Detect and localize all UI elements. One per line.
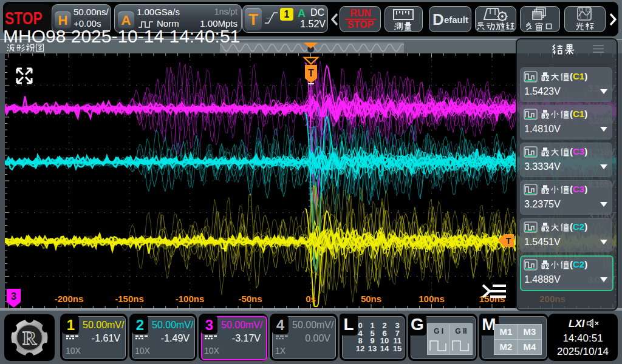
svg-text:100ns: 100ns (419, 294, 445, 304)
svg-text:B: B (587, 8, 590, 12)
svg-text:-100ns: -100ns (176, 294, 205, 304)
svg-text:-150ns: -150ns (115, 294, 144, 304)
svg-text:150ns: 150ns (479, 294, 505, 304)
svg-text:-50ns: -50ns (238, 294, 262, 304)
svg-text:-200ns: -200ns (55, 294, 84, 304)
svg-text:50ns: 50ns (361, 294, 381, 304)
svg-text:0s: 0s (306, 294, 316, 304)
svg-text:R: R (22, 327, 37, 349)
svg-text:T: T (506, 236, 511, 246)
svg-text:T: T (308, 68, 314, 78)
svg-text:3: 3 (11, 291, 16, 302)
svg-text:A: A (579, 8, 583, 12)
